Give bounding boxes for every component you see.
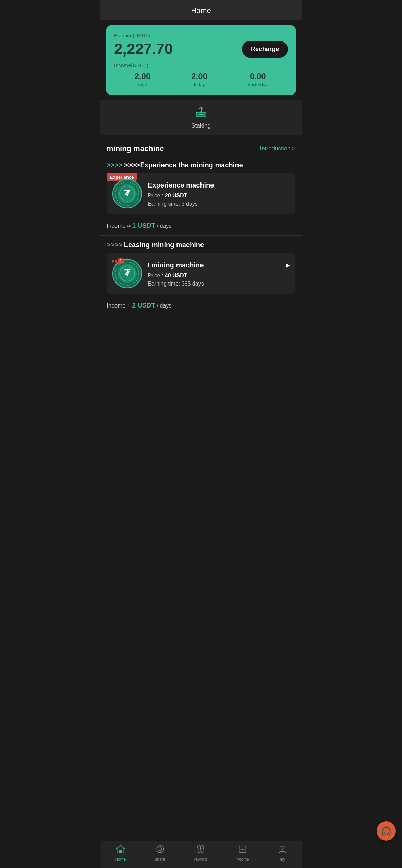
price-value-exp: 20 USDT xyxy=(165,193,187,198)
nav-share-label: share xyxy=(155,857,165,862)
introduction-link[interactable]: Introduction > xyxy=(260,145,296,152)
experience-income-footer: Income ≈ 1 USDT / days xyxy=(100,217,302,235)
experience-section-title: >>>>>>>>Experience the mining machine xyxy=(107,161,295,169)
leasing-machine-image-wrap: ♦♦ 1 ₮ xyxy=(112,258,142,289)
experience-machine-info: Experience machine Price : 20 USDT Earni… xyxy=(148,179,290,207)
svg-text:₮: ₮ xyxy=(124,188,131,198)
balance-label: Balance(USDT) xyxy=(114,33,288,38)
reward-icon xyxy=(196,845,205,856)
svg-point-31 xyxy=(281,846,284,849)
income-icon xyxy=(238,845,247,856)
nav-income-label: income xyxy=(236,857,249,862)
page-title: Home xyxy=(191,6,211,15)
svg-rect-4 xyxy=(203,114,205,115)
experience-section: >>>>>>>>Experience the mining machine Ex… xyxy=(100,157,302,214)
income-today: 2.00 today xyxy=(191,72,207,87)
svg-rect-2 xyxy=(198,114,200,115)
leasing-machine-name-row: I mining machine ▶ xyxy=(148,261,290,269)
svg-point-5 xyxy=(200,111,202,113)
leasing-machine-price: Price : 40 USDT xyxy=(148,273,290,279)
experience-section-title-text: >>>>Experience the mining machine xyxy=(124,161,243,169)
income-stats-row: 2.00 total 2.00 today 0.00 yesterday xyxy=(114,72,288,87)
bottom-navigation: Home share reward xyxy=(100,841,302,868)
income-total-label: total xyxy=(135,82,151,87)
svg-rect-3 xyxy=(200,114,203,115)
leasing-income-value: 2 USDT xyxy=(132,302,156,309)
experience-machine-name: Experience machine xyxy=(148,181,290,189)
balance-row: 2,227.70 Recharge xyxy=(114,40,288,58)
svg-rect-25 xyxy=(201,849,203,853)
experience-machine-price: Price : 20 USDT xyxy=(148,193,290,199)
mining-machine-title: mining machine xyxy=(107,144,164,153)
nav-home-label: Home xyxy=(115,857,126,862)
leasing-section-title: >>>>Leasing mining machine xyxy=(107,241,295,249)
leasing-section: >>>>Leasing mining machine ♦♦ 1 ₮ I mini… xyxy=(100,236,302,294)
income-total-value: 2.00 xyxy=(135,72,151,81)
nav-share[interactable]: share xyxy=(155,845,165,862)
arrow-prefix-exp: >>>> xyxy=(107,161,123,169)
leasing-machine-earning: Earning time: 365 days xyxy=(148,281,290,287)
leasing-machine-card[interactable]: ♦♦ 1 ₮ I mining machine ▶ Price : 40 USD… xyxy=(107,253,295,294)
svg-text:₮: ₮ xyxy=(124,268,131,278)
nav-home[interactable]: Home xyxy=(115,845,126,862)
experience-machine-card[interactable]: Experience ₮ Experience machine Price : … xyxy=(107,173,295,214)
mining-machine-section-header: mining machine Introduction > xyxy=(100,139,302,157)
leasing-machine-info: I mining machine ▶ Price : 40 USDT Earni… xyxy=(148,258,290,287)
income-yesterday-value: 0.00 xyxy=(248,72,267,81)
income-label: Income(USDT) xyxy=(114,62,288,68)
svg-point-19 xyxy=(159,848,161,851)
experience-coin-icon: ₮ xyxy=(112,179,142,209)
recharge-button[interactable]: Recharge xyxy=(242,41,288,58)
income-today-label: today xyxy=(191,82,207,87)
nav-reward-label: reward xyxy=(194,857,207,862)
experience-machine-image-wrap: ₮ xyxy=(112,179,142,209)
experience-income-text: Income ≈ xyxy=(107,222,132,229)
chevron-right-icon: ▶ xyxy=(286,262,290,268)
income-total: 2.00 total xyxy=(135,72,151,87)
nav-my-label: my xyxy=(280,857,285,862)
income-yesterday-label: yesterday xyxy=(248,82,267,87)
my-icon xyxy=(278,845,287,856)
diamond-icon: ♦♦ xyxy=(111,258,118,264)
experience-income-value: 1 USDT xyxy=(132,222,156,229)
experience-income-unit: / days xyxy=(155,223,171,229)
leasing-badge-number: 1 xyxy=(118,258,124,264)
experience-machine-earning: Earning time: 3 days xyxy=(148,201,290,207)
leasing-income-unit: / days xyxy=(155,303,171,309)
nav-reward[interactable]: reward xyxy=(194,845,207,862)
svg-rect-24 xyxy=(198,849,200,853)
income-today-value: 2.00 xyxy=(191,72,207,81)
home-icon xyxy=(116,845,125,856)
leasing-income-text: Income ≈ xyxy=(107,302,132,309)
header: Home xyxy=(100,0,302,20)
staking-label: Staking xyxy=(191,122,211,129)
arrow-prefix-lease: >>>> xyxy=(107,241,123,249)
balance-amount: 2,227.70 xyxy=(114,40,173,58)
leasing-section-title-text: Leasing mining machine xyxy=(124,241,204,249)
income-yesterday: 0.00 yesterday xyxy=(248,72,267,87)
leasing-machine-name: I mining machine xyxy=(148,261,204,269)
balance-card: Balance(USDT) 2,227.70 Recharge Income(U… xyxy=(106,25,296,95)
share-icon xyxy=(156,845,165,856)
nav-my[interactable]: my xyxy=(278,845,287,862)
price-label-exp: Price : xyxy=(148,193,165,198)
nav-income[interactable]: income xyxy=(236,845,249,862)
staking-section[interactable]: Staking xyxy=(100,100,302,135)
svg-rect-17 xyxy=(119,850,122,853)
staking-icon xyxy=(195,106,208,120)
leasing-income-footer: Income ≈ 2 USDT / days xyxy=(100,297,302,315)
price-value-lease: 40 USDT xyxy=(165,273,187,278)
svg-rect-27 xyxy=(239,846,246,852)
price-label-lease: Price : xyxy=(148,273,165,278)
